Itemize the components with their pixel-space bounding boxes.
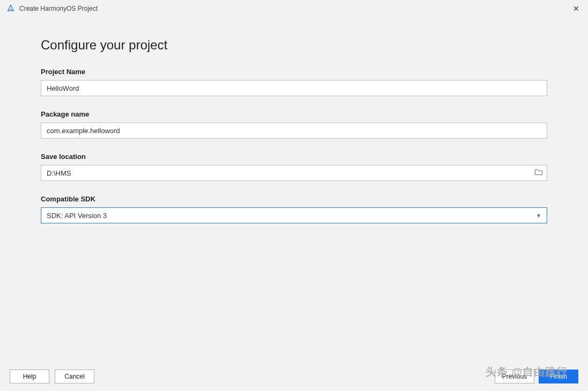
app-logo-icon xyxy=(6,4,15,13)
footer-right: Previous Finish xyxy=(495,370,578,383)
compatible-sdk-label: Compatible SDK xyxy=(41,195,547,203)
cancel-button[interactable]: Cancel xyxy=(55,370,94,383)
previous-button[interactable]: Previous xyxy=(495,370,534,383)
content: Configure your project Project Name Pack… xyxy=(0,17,588,223)
sdk-select-wrapper: SDK: API Version 3 ▼ xyxy=(41,207,547,223)
close-icon[interactable]: ✕ xyxy=(571,4,582,13)
save-location-label: Save location xyxy=(41,153,547,161)
help-button[interactable]: Help xyxy=(10,370,49,383)
compatible-sdk-select[interactable]: SDK: API Version 3 ▼ xyxy=(41,207,547,223)
window-title: Create HarmonyOS Project xyxy=(19,5,98,12)
finish-button[interactable]: Finish xyxy=(539,370,578,383)
package-name-group: Package name xyxy=(41,110,547,139)
footer: Help Cancel Previous Finish xyxy=(0,362,588,391)
compatible-sdk-group: Compatible SDK SDK: API Version 3 ▼ xyxy=(41,195,547,223)
titlebar: Create HarmonyOS Project ✕ xyxy=(0,0,588,17)
project-name-label: Project Name xyxy=(41,68,547,76)
save-location-wrapper xyxy=(41,165,547,181)
chevron-down-icon: ▼ xyxy=(536,213,541,219)
package-name-input[interactable] xyxy=(41,122,547,139)
project-name-group: Project Name xyxy=(41,68,547,96)
sdk-selected-value: SDK: API Version 3 xyxy=(47,212,107,220)
save-location-group: Save location xyxy=(41,153,547,181)
package-name-label: Package name xyxy=(41,110,547,118)
save-location-input[interactable] xyxy=(41,165,547,181)
project-name-input[interactable] xyxy=(41,80,547,96)
page-heading: Configure your project xyxy=(41,38,547,53)
